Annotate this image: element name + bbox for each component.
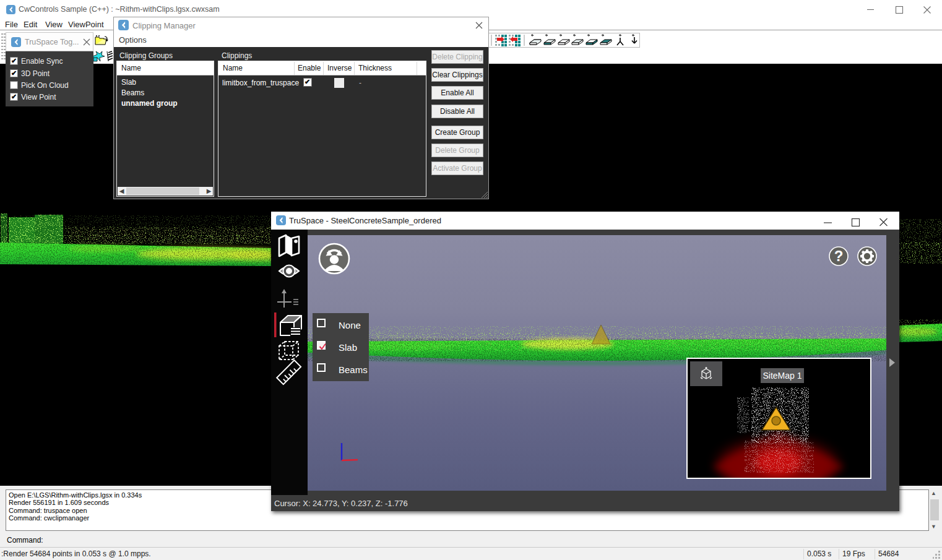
- svg-text:?: ?: [834, 248, 844, 264]
